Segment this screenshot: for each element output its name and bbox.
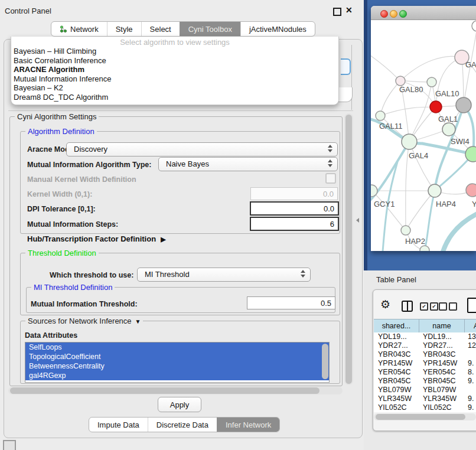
algorithm-option-bayesian-k2[interactable]: Bayesian – K2: [14, 83, 336, 93]
mi-steps-value: 6: [330, 220, 334, 229]
float-window-icon[interactable]: [333, 8, 341, 16]
algorithm-option-basic-correlation-inference[interactable]: Basic Correlation Inference: [14, 56, 336, 66]
node-gal10[interactable]: [456, 97, 471, 113]
node-small-green-top[interactable]: [427, 77, 436, 87]
node-bottom-green[interactable]: [420, 246, 429, 251]
attribute-item-betweennesscentrality[interactable]: BetweennessCentrality: [25, 361, 329, 371]
minimized-panel-icon[interactable]: [3, 440, 16, 450]
algorithm-dropdown-placeholder: Select algorithm to view settings: [11, 38, 338, 47]
column-header-a[interactable]: A: [465, 319, 476, 332]
table-cell: YER054C: [419, 368, 464, 377]
hub-transcription-factor-expander[interactable]: Hub/Transcription Factor Definition▶: [27, 234, 166, 243]
tab-impute-data[interactable]: Impute Data: [89, 418, 148, 432]
settings-vertical-scrollbar-thumb[interactable]: [345, 115, 352, 384]
algorithm-option-dream8-dc-tdc-algorithm[interactable]: Dream8 DC_TDC Algorithm: [14, 93, 336, 102]
hidden-groupbox-border: [351, 45, 352, 110]
checked-checkbox-icon: ✔: [420, 302, 428, 311]
table-header-row: shared...nameA: [374, 319, 476, 333]
manual-kernel-width-checkbox[interactable]: [325, 173, 336, 184]
select-all-rows-icon[interactable]: ✔✔: [420, 302, 438, 311]
unchecked-checkbox-icon: [449, 302, 457, 311]
dpi-tolerance-field[interactable]: 0.0: [250, 201, 339, 216]
spinner-arrows-icon: [328, 159, 332, 167]
node-gal4[interactable]: [402, 134, 417, 149]
mi-algorithm-type-value: Naive Bayes: [166, 159, 209, 168]
table-horizontal-scrollbar-thumb[interactable]: [376, 414, 465, 420]
attribute-item-topologicalcoefficient[interactable]: TopologicalCoefficient: [25, 352, 329, 361]
table-row[interactable]: YBR043CYBR043C: [374, 350, 476, 359]
table-row[interactable]: YBL079WYBL079W: [374, 386, 476, 394]
table-row[interactable]: YBR045CYBR045C9.: [374, 377, 476, 386]
tab-infer-network[interactable]: Infer Network: [217, 418, 279, 432]
network-canvas[interactable]: GALGAL80GAL10GAL11GAL1SWI4GAL4GCY1HAP4YH…: [371, 20, 476, 251]
deselect-all-rows-icon[interactable]: [439, 302, 457, 311]
which-threshold-select[interactable]: MI Threshold: [137, 268, 311, 282]
which-threshold-label: Which threshold to use:: [50, 271, 133, 279]
algorithm-dropdown-list: Bayesian – Hill ClimbingBasic Correlatio…: [14, 47, 336, 102]
splitter-collapse-handle[interactable]: [356, 218, 359, 223]
column-header-name[interactable]: name: [419, 319, 465, 332]
mi-steps-field[interactable]: 6: [250, 217, 339, 231]
table-cell: YBR045C: [374, 377, 419, 386]
table-settings-gear-icon[interactable]: ⚙: [380, 298, 390, 311]
node-label-gal80: GAL80: [399, 85, 423, 94]
algorithm-option-bayesian-hill-climbing[interactable]: Bayesian – Hill Climbing: [14, 47, 336, 56]
table-cell: YDR27...: [419, 341, 464, 350]
table-row[interactable]: YPR145WYPR145W9.: [374, 359, 476, 368]
node-partial-top[interactable]: [472, 21, 476, 31]
table-body: YDL19...YDL19...13YDR27...YDR27...12YBR0…: [374, 332, 476, 412]
close-panel-icon[interactable]: ✕: [345, 5, 353, 15]
tab-discretize-data[interactable]: Discretize Data: [148, 418, 217, 432]
tab-style[interactable]: Style: [107, 22, 141, 36]
tab-jactivemnodules[interactable]: jActiveMNodules: [240, 22, 315, 36]
tab-label: Style: [116, 25, 133, 34]
dpi-tolerance-label: DPI Tolerance [0,1]:: [27, 205, 96, 213]
mi-threshold-field[interactable]: 0.5: [247, 296, 335, 309]
sources-legend[interactable]: Sources for Network Inference▼: [25, 317, 143, 325]
mi-algorithm-type-select[interactable]: Naive Bayes: [158, 157, 338, 171]
zoom-traffic-light-icon[interactable]: [399, 10, 407, 18]
tab-label: jActiveMNodules: [249, 25, 307, 34]
table-panel-title: Table Panel: [376, 275, 416, 284]
attributes-list-scrollbar[interactable]: [322, 344, 328, 379]
attribute-item-gal4rgexp[interactable]: gal4RGexp: [25, 371, 329, 380]
tab-cyni-toolbox[interactable]: Cyni Toolbox: [180, 22, 240, 36]
node-red[interactable]: [430, 101, 442, 113]
algorithm-option-aracne-algorithm[interactable]: ARACNE Algorithm: [14, 65, 336, 74]
tab-network[interactable]: Network: [51, 22, 107, 36]
apply-button[interactable]: Apply: [158, 397, 201, 412]
algorithm-option-mutual-information-inference[interactable]: Mutual Information Inference: [14, 74, 336, 84]
minimize-traffic-light-icon[interactable]: [390, 10, 397, 18]
node-swi4[interactable]: [465, 146, 476, 162]
attribute-item-selfloops[interactable]: SelfLoops: [25, 343, 329, 352]
application-root: Control Panel ✕ NetworkStyleSelectCyni T…: [0, 0, 476, 450]
node-gal80[interactable]: [396, 76, 405, 86]
aracne-mode-select[interactable]: Discovery: [66, 142, 338, 156]
export-table-icon[interactable]: [467, 298, 476, 313]
table-cell: YPR145W: [374, 359, 419, 368]
table-cell: YIL052C: [419, 403, 464, 412]
table-row[interactable]: YLR345WYLR345W9.: [374, 394, 476, 403]
settings-horizontal-scrollbar-thumb[interactable]: [10, 387, 319, 394]
show-columns-icon[interactable]: [402, 301, 413, 312]
table-cell: YDL19...: [374, 332, 419, 341]
table-row[interactable]: YDL19...YDL19...13: [374, 332, 476, 341]
table-cell: [464, 350, 476, 359]
data-attributes-list[interactable]: SelfLoopsTopologicalCoefficientBetweenne…: [25, 342, 330, 383]
column-header-shared[interactable]: shared...: [374, 319, 419, 332]
table-row[interactable]: YDR27...YDR27...12: [374, 341, 476, 350]
network-window-titlebar[interactable]: [371, 6, 476, 20]
node-pink-right[interactable]: [466, 184, 476, 197]
table-row[interactable]: YIL052CYIL052C9.: [374, 403, 476, 412]
node-gal1[interactable]: [442, 123, 455, 136]
table-cell: 13: [464, 332, 476, 341]
table-cell: 9.: [464, 359, 476, 368]
close-traffic-light-icon[interactable]: [380, 10, 388, 18]
node-gal11[interactable]: [376, 111, 385, 120]
section-divider-line: [8, 110, 353, 111]
tab-select[interactable]: Select: [141, 22, 180, 36]
node-hap4[interactable]: [428, 184, 441, 197]
threshold-definition-legend: Threshold Definition: [25, 249, 99, 257]
node-hap2[interactable]: [401, 226, 410, 235]
table-row[interactable]: YER054CYER054C8.: [374, 368, 476, 377]
